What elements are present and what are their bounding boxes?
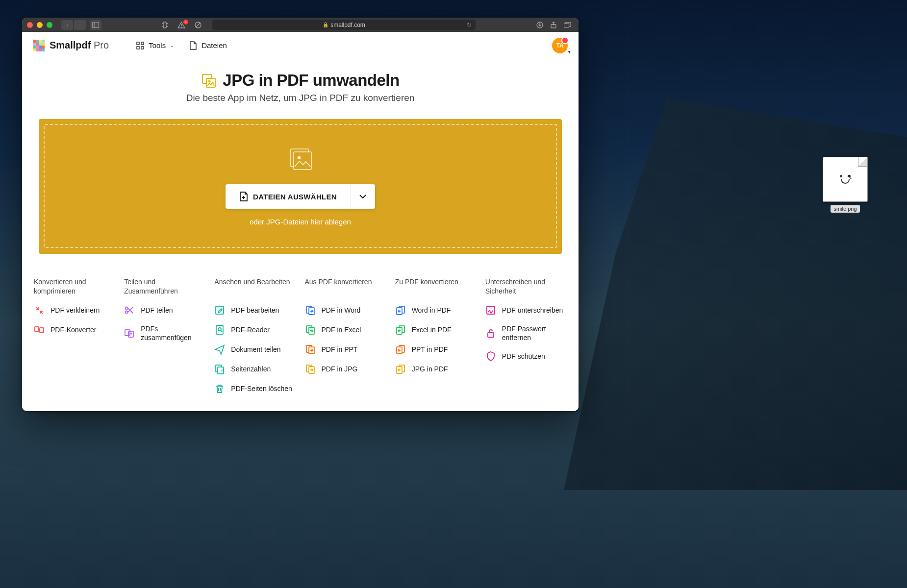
downloads-icon[interactable] [533, 20, 546, 30]
user-avatar[interactable]: TA ▾ [552, 38, 568, 53]
tool-item-label: PDF teilen [141, 306, 173, 315]
tool-item[interactable]: PDF in Excel [305, 324, 386, 335]
warning-icon[interactable] [175, 20, 188, 30]
tool-column: Konvertieren und komprimierenPDF verklei… [34, 277, 115, 394]
sidebar-toggle-button[interactable] [90, 20, 101, 30]
tool-item-label: PDFs zusammenfügen [141, 324, 205, 342]
cursor-icon: ↖ [847, 173, 853, 181]
from-doc-icon [395, 324, 406, 335]
reader-icon [214, 324, 225, 335]
to-doc-icon [305, 344, 316, 355]
edit-icon [214, 305, 225, 316]
tool-item[interactable]: Dokument teilen [214, 344, 296, 355]
desktop-file[interactable]: ↖ smile.png [823, 157, 868, 213]
tool-item[interactable]: PDFs zusammenfügen [124, 324, 205, 342]
svg-rect-14 [137, 42, 139, 45]
svg-line-10 [196, 23, 200, 27]
safari-window: ‹ › 🔒 smallpdf.com ↻ [22, 18, 579, 411]
svg-point-8 [181, 26, 182, 27]
tool-column-heading: Zu PDF konvertieren [395, 277, 477, 296]
delete-icon [214, 383, 225, 394]
split-icon [124, 305, 135, 316]
site-header: Smallpdf Pro Tools ⌄ Dateien [22, 32, 579, 59]
tool-item[interactable]: Word in PDF [395, 305, 477, 316]
tool-item-label: PDF Passwort entfernen [502, 324, 567, 342]
unlock-icon [485, 328, 496, 339]
tool-item[interactable]: PDF in PPT [305, 344, 386, 355]
tool-item[interactable]: PDF-Reader [214, 324, 296, 335]
tool-item[interactable]: PDF teilen [124, 305, 205, 316]
back-button[interactable]: ‹ [61, 20, 73, 30]
url-bar[interactable]: 🔒 smallpdf.com ↻ [212, 20, 476, 30]
numbers-icon: # [214, 364, 225, 374]
tool-item-label: JPG in PDF [412, 365, 448, 373]
send-icon [214, 344, 225, 355]
tool-item[interactable]: PDF bearbeiten [214, 305, 296, 316]
tool-item[interactable]: PDF in JPG [305, 364, 386, 374]
chevron-down-icon [359, 195, 366, 198]
svg-rect-2 [163, 22, 166, 28]
convert-icon [34, 324, 45, 335]
logo-text: Smallpdf Pro [50, 40, 109, 51]
tool-item-label: PDF unterschreiben [502, 306, 563, 315]
from-doc-icon [395, 364, 406, 374]
tools-menu[interactable]: Tools ⌄ [136, 41, 174, 50]
tool-item-label: PDF-Seiten löschen [231, 384, 292, 393]
compress-icon [34, 305, 45, 316]
tool-item-label: PDF schützen [502, 352, 545, 361]
chevron-down-icon: ⌄ [170, 42, 174, 49]
choose-files-label: DATEIEN AUSWÄHLEN [253, 193, 337, 201]
to-doc-icon [305, 324, 316, 335]
files-label: Dateien [202, 41, 227, 49]
tool-item[interactable]: JPG in PDF [395, 364, 477, 374]
shield-icon [485, 351, 496, 362]
files-menu[interactable]: Dateien [189, 41, 227, 50]
tool-item-label: PDF verkleinern [50, 306, 100, 315]
block-icon[interactable] [192, 20, 204, 30]
choose-files-button[interactable]: DATEIEN AUSWÄHLEN [226, 184, 351, 209]
avatar-initials: TA [556, 42, 563, 49]
tool-item-label: PDF bearbeiten [231, 306, 279, 315]
svg-rect-53 [488, 333, 494, 337]
svg-rect-31 [216, 325, 223, 334]
choose-files-dropdown[interactable] [351, 184, 375, 209]
minimize-window-button[interactable] [37, 22, 43, 28]
svg-rect-15 [141, 42, 144, 45]
reload-icon[interactable]: ↻ [467, 22, 472, 28]
tool-item-label: Word in PDF [412, 306, 451, 315]
tool-column-heading: Unterschreiben und Sicherheit [485, 277, 567, 296]
tool-item[interactable]: PDF-Konverter [34, 324, 115, 335]
tools-grid: Konvertieren und komprimierenPDF verklei… [22, 254, 579, 409]
tool-item[interactable]: PDF unterschreiben [485, 305, 567, 316]
tool-item[interactable]: PDF Passwort entfernen [485, 324, 567, 342]
dropzone[interactable]: DATEIEN AUSWÄHLEN oder JPG-Dateien hier … [39, 119, 562, 254]
svg-rect-22 [294, 152, 311, 170]
share-icon[interactable] [547, 20, 560, 30]
tool-item[interactable]: PDF-Seiten löschen [214, 383, 296, 394]
tool-item-label: PDF in JPG [322, 365, 358, 373]
svg-rect-24 [35, 327, 39, 332]
tool-item[interactable]: PPT in PDF [395, 344, 477, 355]
safari-toolbar: ‹ › 🔒 smallpdf.com ↻ [22, 18, 579, 32]
file-select-group: DATEIEN AUSWÄHLEN [226, 184, 375, 209]
tool-item[interactable]: PDF schützen [485, 351, 567, 362]
maximize-window-button[interactable] [47, 22, 52, 28]
close-window-button[interactable] [27, 22, 33, 28]
tool-item[interactable]: PDF in Word [305, 305, 386, 316]
forward-button[interactable]: › [74, 20, 86, 30]
tabs-icon[interactable] [561, 20, 574, 30]
tool-item-label: Seitenzahlen [231, 365, 271, 373]
tool-item[interactable]: Excel in PDF [395, 324, 477, 335]
from-doc-icon [395, 344, 406, 355]
logo[interactable]: Smallpdf Pro [33, 40, 109, 51]
page-content[interactable]: Smallpdf Pro Tools ⌄ Dateien [22, 32, 579, 411]
svg-rect-16 [137, 47, 139, 49]
tool-item[interactable]: PDF verkleinern [34, 305, 115, 316]
privacy-icon[interactable] [158, 20, 171, 30]
tool-column-heading: Ansehen und Bearbeiten [214, 277, 296, 296]
to-doc-icon [305, 305, 316, 316]
from-doc-icon [395, 305, 406, 316]
tool-item[interactable]: #Seitenzahlen [214, 364, 296, 374]
logo-mark-icon [33, 40, 45, 51]
merge-icon [124, 328, 135, 339]
